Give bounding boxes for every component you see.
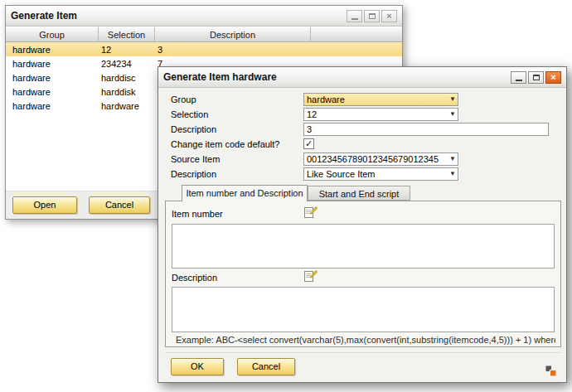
example-text: Example: ABC-<select convert(varchar(5),… — [176, 335, 555, 345]
chevron-down-icon[interactable]: ▼ — [449, 96, 456, 103]
minimize-button[interactable] — [511, 71, 526, 84]
minimize-icon — [351, 18, 358, 20]
cell-group: hardware — [6, 59, 99, 69]
column-header-description[interactable]: Description — [155, 27, 311, 41]
close-button[interactable]: × — [545, 71, 561, 84]
checkmark-icon: ✓ — [305, 139, 313, 148]
close-icon: × — [550, 72, 555, 82]
source-item-combobox[interactable]: 00123456789012345679012345 ▼ — [303, 152, 458, 166]
item-number-label: Item number — [172, 209, 223, 219]
ok-button[interactable]: OK — [171, 358, 224, 375]
window-controls: × — [511, 71, 561, 84]
chevron-down-icon[interactable]: ▼ — [449, 171, 456, 177]
description-mode-combobox[interactable]: Like Source Item ▼ — [303, 167, 458, 181]
open-button[interactable]: Open — [12, 196, 77, 214]
cell-description: 3 — [155, 45, 311, 55]
tab-panel: Item number Description — [165, 201, 561, 347]
group-value: hardware — [307, 94, 345, 104]
description-mode-label: Description — [171, 167, 216, 181]
maximize-icon — [533, 75, 540, 80]
description-label: Description — [171, 123, 216, 136]
dialog-titlebar[interactable]: Generate Item hardware × — [158, 67, 566, 88]
edit-note-icon[interactable] — [304, 206, 318, 219]
selection-label: Selection — [171, 108, 208, 121]
footer-divider — [165, 352, 561, 353]
close-button[interactable]: × — [381, 10, 397, 22]
group-combobox[interactable]: hardware ▼ — [303, 93, 458, 106]
table-row[interactable]: hardware 12 3 — [6, 42, 402, 56]
maximize-button[interactable] — [528, 71, 544, 84]
maximize-button[interactable] — [364, 10, 380, 22]
description-mode-value: Like Source Item — [307, 169, 376, 179]
window-controls: × — [347, 10, 397, 22]
desktop: Generate Item × Group Selection Descript… — [0, 0, 572, 392]
selection-value: 12 — [307, 109, 317, 119]
column-header-empty — [311, 27, 402, 41]
panel-description-textarea[interactable] — [172, 287, 555, 332]
cell-group: hardware — [6, 45, 99, 55]
panel-description-label: Description — [172, 273, 217, 283]
dialog-title: Generate Item hardware — [163, 71, 277, 83]
window-title: Generate Item — [11, 10, 77, 22]
cell-group: hardware — [6, 101, 99, 111]
column-header-group[interactable]: Group — [6, 27, 99, 41]
table-header: Group Selection Description — [6, 27, 402, 42]
maximize-icon — [369, 13, 376, 19]
resize-grip-icon[interactable] — [545, 365, 556, 375]
cell-selection: 234234 — [99, 59, 155, 69]
generate-item-hardware-dialog: Generate Item hardware × Group hardware … — [158, 66, 567, 383]
cancel-button[interactable]: Cancel — [89, 196, 150, 214]
selection-combobox[interactable]: 12 ▼ — [303, 108, 458, 121]
cell-group: hardware — [6, 73, 99, 83]
cell-selection: harddisc — [99, 73, 155, 83]
source-item-label: Source Item — [171, 152, 220, 166]
change-item-code-label: Change item code default? — [171, 138, 279, 151]
edit-note-icon[interactable] — [304, 270, 318, 283]
tab-item-number-and-description[interactable]: Item number and Description — [182, 185, 308, 201]
generate-item-titlebar[interactable]: Generate Item × — [6, 6, 402, 27]
cancel-button[interactable]: Cancel — [237, 358, 295, 375]
cell-selection: harddisk — [99, 87, 155, 97]
column-header-selection[interactable]: Selection — [99, 27, 155, 41]
minimize-button[interactable] — [347, 10, 362, 22]
cell-selection: hardware — [99, 101, 155, 111]
minimize-icon — [516, 80, 522, 81]
chevron-down-icon[interactable]: ▼ — [449, 156, 456, 162]
cell-selection: 12 — [99, 45, 155, 55]
description-input[interactable] — [303, 123, 549, 136]
change-item-code-checkbox[interactable]: ✓ — [303, 138, 314, 149]
chevron-down-icon[interactable]: ▼ — [449, 111, 456, 118]
item-number-textarea[interactable] — [172, 224, 555, 269]
cell-group: hardware — [6, 87, 99, 97]
source-item-value: 00123456789012345679012345 — [307, 154, 439, 164]
close-icon: × — [386, 11, 391, 21]
tab-start-and-end-script[interactable]: Start and End script — [308, 186, 410, 201]
group-label: Group — [171, 93, 196, 106]
